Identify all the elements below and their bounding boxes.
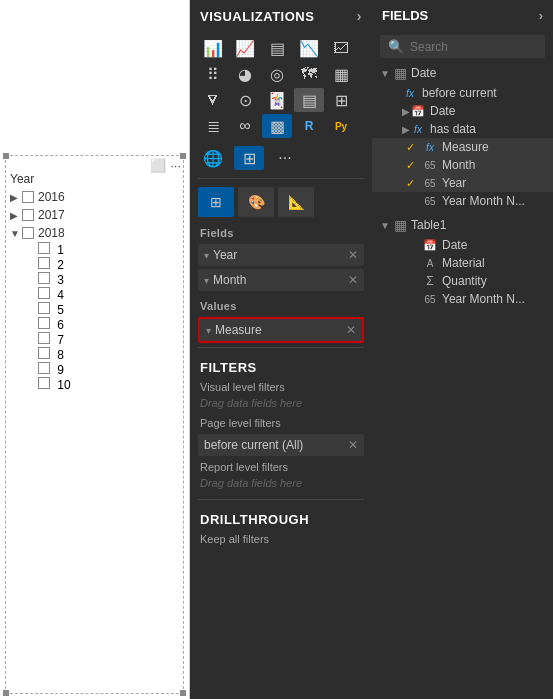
fields-panel-header: FIELDS › (372, 0, 553, 31)
measure-field-remove[interactable]: ✕ (346, 323, 356, 337)
check-icon-t1ymn: ✓ (402, 293, 418, 306)
search-box[interactable]: 🔍 (380, 35, 545, 58)
search-icon: 🔍 (388, 39, 404, 54)
measure-field-row[interactable]: ▾ Measure ✕ (198, 317, 364, 343)
tree-child-4[interactable]: 4 (10, 287, 189, 302)
tree-item-2018[interactable]: ▼ 2018 (10, 224, 189, 242)
format-tool-btn[interactable]: 🎨 (238, 187, 274, 217)
viz-selected[interactable]: ▩ (262, 114, 292, 138)
sigma-icon-qty: Σ (422, 274, 438, 288)
sub-arrow-icon: ▶ (402, 106, 410, 117)
tree-child-5[interactable]: 5 (10, 302, 189, 317)
date-group-arrow: ▼ (380, 68, 390, 79)
check-icon-measure: ✓ (402, 141, 418, 154)
measure-container: ▾ Measure ✕ ↪ (190, 317, 372, 343)
corner-handle-br[interactable] (180, 690, 186, 696)
field-before-current[interactable]: fx before current (372, 84, 553, 102)
corner-handle-bl[interactable] (3, 690, 9, 696)
field-year-item[interactable]: ✓ 65 Year (372, 174, 553, 192)
tree-child-9[interactable]: 9 (10, 362, 189, 377)
year-field-remove[interactable]: ✕ (348, 248, 358, 262)
tree-root-year: Year (10, 170, 189, 188)
analytics-tool-btn[interactable]: 📐 (278, 187, 314, 217)
num-icon-t1ymn: 65 (422, 294, 438, 305)
field-year-month-n[interactable]: ✓ 65 Year Month N... (372, 192, 553, 210)
viz-py[interactable]: Py (326, 114, 356, 138)
filters-divider (198, 347, 364, 348)
viz-treemap[interactable]: ▦ (326, 62, 356, 86)
year-field-row[interactable]: ▾ Year ✕ (198, 244, 364, 266)
table1-group-header[interactable]: ▼ ▦ Table1 (372, 214, 553, 236)
viz-more[interactable]: ··· (270, 146, 300, 170)
tree-view: Year ▶ 2016 ▶ 2017 ▼ 2018 1 2 3 (10, 170, 189, 392)
viz-bar-100[interactable]: ▤ (262, 36, 292, 60)
viz-area[interactable]: 🗠 (326, 36, 356, 60)
calendar-icon: 📅 (410, 105, 426, 118)
viz-custom-selected[interactable]: ⊞ (234, 146, 264, 170)
visualizations-header: VISUALIZATIONS › (190, 0, 372, 32)
viz-r[interactable]: R (294, 114, 324, 138)
viz-funnel[interactable]: ⛛ (198, 88, 228, 112)
viz-scatter[interactable]: ⠿ (198, 62, 228, 86)
tree-child-1[interactable]: 1 (10, 242, 189, 257)
month-field-arrow: ▾ (204, 275, 209, 286)
fx-icon2: fx (410, 124, 426, 135)
tree-child-6[interactable]: 6 (10, 317, 189, 332)
viz-pie[interactable]: ◕ (230, 62, 260, 86)
checkbox-2018[interactable] (22, 227, 34, 239)
viz-table[interactable]: ▤ (294, 88, 324, 112)
panel-arrow-icon[interactable]: › (357, 8, 362, 24)
fx-icon3: fx (422, 142, 438, 153)
check-icon-month: ✓ (402, 159, 418, 172)
viz-donut[interactable]: ◎ (262, 62, 292, 86)
viz-ribbon[interactable]: ∞ (230, 114, 260, 138)
tree-child-10[interactable]: 10 (10, 377, 189, 392)
tree-child-3[interactable]: 3 (10, 272, 189, 287)
fields-tool-btn[interactable]: ⊞ (198, 187, 234, 217)
viz-icon-grid: 📊 📈 ▤ 📉 🗠 ⠿ ◕ ◎ 🗺 ▦ ⛛ ⊙ 🃏 ▤ ⊞ ≣ ∞ ▩ R Py (190, 32, 372, 142)
viz-map[interactable]: 🗺 (294, 62, 324, 86)
report-drag-placeholder: Drag data fields here (190, 475, 372, 495)
viz-gauge[interactable]: ⊙ (230, 88, 260, 112)
field-group-date: ▼ ▦ Date fx before current ▶ 📅 Date ▶ fx… (372, 62, 553, 210)
viz-card[interactable]: 🃏 (262, 88, 292, 112)
field-table1-material[interactable]: ✓ A Material (372, 254, 553, 272)
tree-child-7[interactable]: 7 (10, 332, 189, 347)
viz-bar-chart[interactable]: 📊 (198, 36, 228, 60)
tree-item-2017[interactable]: ▶ 2017 (10, 206, 189, 224)
measure-field-arrow: ▾ (206, 325, 211, 336)
viz-globe[interactable]: 🌐 (198, 146, 228, 170)
before-current-filter[interactable]: before current (All) ✕ (198, 434, 364, 456)
checkbox-2017[interactable] (22, 209, 34, 221)
field-has-data[interactable]: ▶ fx has data (372, 120, 553, 138)
viz-line[interactable]: 📉 (294, 36, 324, 60)
fields-panel-arrow[interactable]: › (539, 8, 543, 23)
corner-handle-tl[interactable] (3, 153, 9, 159)
sub-arrow-icon2: ▶ (402, 124, 410, 135)
tree-item-2016[interactable]: ▶ 2016 (10, 188, 189, 206)
field-group-table1: ▼ ▦ Table1 ✓ 📅 Date ✓ A Material ✓ Σ Qua… (372, 214, 553, 308)
field-month-item[interactable]: ✓ 65 Month (372, 156, 553, 174)
field-date-item[interactable]: ▶ 📅 Date (372, 102, 553, 120)
report-filters-label: Report level filters (190, 459, 372, 475)
field-measure-item[interactable]: ✓ fx Measure (372, 138, 553, 156)
month-field-remove[interactable]: ✕ (348, 273, 358, 287)
search-input[interactable] (410, 40, 537, 54)
month-field-row[interactable]: ▾ Month ✕ (198, 269, 364, 291)
filter-remove-icon[interactable]: ✕ (348, 438, 358, 452)
num-icon-month: 65 (422, 160, 438, 171)
viz-matrix[interactable]: ⊞ (326, 88, 356, 112)
field-table1-date[interactable]: ✓ 📅 Date (372, 236, 553, 254)
visual-drag-placeholder: Drag data fields here (190, 395, 372, 415)
date-group-header[interactable]: ▼ ▦ Date (372, 62, 553, 84)
field-table1-ymn[interactable]: ✓ 65 Year Month N... (372, 290, 553, 308)
checkbox-2016[interactable] (22, 191, 34, 203)
viz-divider (198, 178, 364, 179)
tree-child-2[interactable]: 2 (10, 257, 189, 272)
tree-child-8[interactable]: 8 (10, 347, 189, 362)
field-table1-quantity[interactable]: ✓ Σ Quantity (372, 272, 553, 290)
viz-stacked-bar[interactable]: 📈 (230, 36, 260, 60)
check-icon-year: ✓ (402, 177, 418, 190)
viz-waterfall[interactable]: ≣ (198, 114, 228, 138)
num-icon-ymn: 65 (422, 196, 438, 207)
